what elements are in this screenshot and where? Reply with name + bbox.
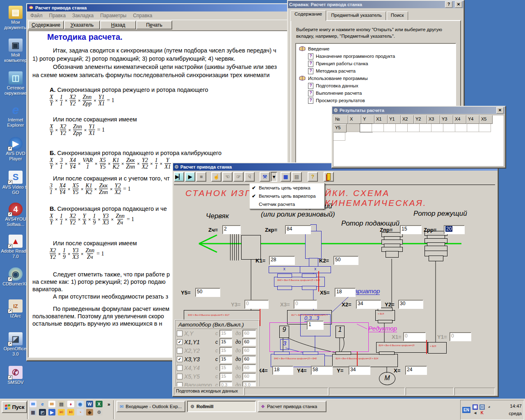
from-input[interactable]: 15	[219, 330, 232, 337]
to-input[interactable]: 60	[242, 364, 256, 372]
results-titlebar[interactable]: ⚙ Результаты расчета ✕	[332, 107, 505, 114]
menu-Справка[interactable]: Справка	[133, 13, 152, 18]
to-input[interactable]: 60	[242, 330, 256, 337]
exit-button[interactable]	[324, 172, 334, 182]
tree-item[interactable]: Введение	[297, 45, 455, 52]
toolbar-button-Печать[interactable]: Печать	[136, 21, 172, 30]
grid-cell[interactable]	[479, 124, 491, 132]
grid-cell[interactable]	[333, 132, 345, 141]
quick-launch-calculator[interactable]: ▦	[30, 409, 37, 415]
tree-item[interactable]: ?Подготовка данных	[297, 82, 455, 89]
clock[interactable]: 14:47	[510, 404, 522, 409]
tree-item[interactable]: ?Просмотр результатов	[297, 97, 455, 104]
tree-item[interactable]: Использование программы	[297, 75, 455, 82]
grid-cell[interactable]	[347, 124, 360, 132]
input-Y2=[interactable]: 30	[398, 300, 423, 309]
quick-launch-cd-burner[interactable]: ◔	[77, 409, 84, 415]
from-input[interactable]: 15	[219, 373, 232, 380]
column-header-X2[interactable]: X2	[401, 115, 414, 124]
print-button[interactable]: ▤	[292, 172, 302, 182]
to-input[interactable]: 60	[242, 347, 256, 354]
close-icon[interactable]: ✕	[496, 107, 504, 114]
step-button[interactable]: ▶▏	[174, 172, 184, 182]
hand-right-button[interactable]: ☞	[233, 172, 244, 182]
language-indicator[interactable]: EN	[462, 407, 470, 413]
quick-launch-viewer[interactable]: ◆	[86, 409, 93, 415]
stop-button[interactable]: ■	[196, 172, 206, 182]
results-grid[interactable]: №XYX1Y1X2Y2X3Y3X4Y4X5Y5	[333, 115, 496, 141]
tab-Предметный указатель[interactable]: Предметный указатель	[327, 11, 386, 21]
volume-icon[interactable]: ◄	[472, 411, 478, 416]
dropdown-arrow-button[interactable]: ▾	[271, 172, 277, 182]
hand-left-button[interactable]: ☜	[222, 172, 233, 182]
quick-launch-outlook-express[interactable]: ✉	[30, 401, 37, 407]
close-icon[interactable]: ✕	[455, 1, 462, 8]
to-input[interactable]: 60	[242, 356, 256, 363]
grid-cell[interactable]	[408, 124, 420, 132]
grid-cell[interactable]	[455, 124, 467, 132]
tools-button[interactable]: ⚒	[260, 172, 270, 182]
input-K2=[interactable]: 50	[333, 256, 358, 265]
to-input[interactable]: 3.0	[242, 381, 256, 387]
column-header-X4[interactable]: X4	[453, 115, 466, 124]
input-Zпр=[interactable]: 15	[400, 225, 422, 234]
from-input[interactable]: 15	[219, 364, 232, 372]
menu-item-Счетчик расчета[interactable]: Счетчик расчета	[250, 200, 324, 208]
tree-item[interactable]: ?Методика расчета	[297, 67, 455, 75]
toolbar-button-Содержание[interactable]: Содержание	[28, 21, 64, 30]
quick-launch-word[interactable]: W	[86, 401, 93, 407]
from-input[interactable]: 15	[219, 347, 232, 354]
column-header-Y3[interactable]: Y3	[440, 115, 453, 124]
grid-cell[interactable]	[431, 124, 443, 132]
input-X5=[interactable]: 18	[335, 288, 356, 297]
input-Y4=[interactable]: 58	[311, 366, 333, 375]
input-X1=[interactable]: 0	[403, 332, 426, 341]
input-X=[interactable]: 24	[405, 366, 427, 375]
input-Y=[interactable]: 34	[349, 366, 370, 375]
column-header-Y5[interactable]: Y5	[333, 124, 347, 132]
column-header-X[interactable]: X	[348, 115, 361, 124]
checkbox-X1,Y1[interactable]: ✓	[177, 339, 183, 345]
task-button-Входящие - Outlook Exp...[interactable]: ✉Входящие - Outlook Exp...	[116, 401, 185, 412]
input-X2=[interactable]: 34	[356, 300, 381, 309]
column-header-Y2[interactable]: Y2	[414, 115, 427, 124]
update-icon[interactable]: ◕	[486, 404, 492, 410]
help-button[interactable]: ?	[308, 172, 318, 182]
grid-cell[interactable]	[372, 124, 384, 132]
toolbar-button-Назад[interactable]: Назад	[100, 21, 136, 30]
input-Zрр=[interactable]: 20	[444, 225, 465, 234]
input-K1=[interactable]: 28	[269, 256, 295, 265]
tree-item[interactable]: ?Принцип работы станка	[297, 60, 455, 67]
column-header-Y1[interactable]: Y1	[388, 115, 401, 124]
help-icon[interactable]: ?	[445, 1, 452, 8]
quick-launch-netmeeting[interactable]: ◉	[77, 401, 84, 407]
quick-launch-1c-enterprise[interactable]: 1С	[58, 409, 65, 415]
column-header-Y4[interactable]: Y4	[466, 115, 479, 124]
quick-launch-printer[interactable]: ▤	[58, 401, 65, 407]
checkbox-Вариатор[interactable]	[177, 382, 183, 387]
input-X4=[interactable]: 18	[272, 366, 293, 375]
tab-Поиск[interactable]: Поиск	[387, 11, 408, 21]
input-X3=[interactable]: 0	[294, 300, 317, 309]
column-header-X3[interactable]: X3	[427, 115, 440, 124]
grid-cell[interactable]	[443, 124, 455, 132]
hand-up-button[interactable]: ☝	[211, 172, 221, 182]
menu-item-Включить цепь вариатора[interactable]: ✔Включить цепь вариатора	[250, 192, 324, 200]
menu-Закладка[interactable]: Закладка	[72, 13, 94, 18]
kaspersky-icon[interactable]: K	[479, 411, 485, 416]
grid-cell[interactable]	[467, 124, 479, 132]
toolbar-button-Указатель[interactable]: Указатель	[64, 21, 100, 30]
column-header-№[interactable]: №	[333, 115, 348, 124]
input-Y5=[interactable]: 50	[195, 288, 220, 297]
task-button-Расчет привода станка[interactable]: ❖Расчет привода станка	[258, 401, 326, 412]
table-button[interactable]: ▦	[281, 172, 291, 182]
quick-launch-contacts[interactable]: ♦	[67, 401, 74, 407]
menu-Правка[interactable]: Правка	[49, 13, 66, 18]
column-header-X5[interactable]: X5	[479, 115, 493, 124]
menu-item-Включить цепь червяка[interactable]: ✔Включить цепь червяка	[250, 184, 324, 192]
grid-cell[interactable]	[384, 124, 396, 132]
selected-cell[interactable]	[360, 124, 372, 132]
input-Y1=[interactable]: 0	[450, 332, 471, 341]
menu-Параметры[interactable]: Параметры	[100, 13, 126, 18]
checkbox-X2,Y2[interactable]	[177, 348, 183, 354]
